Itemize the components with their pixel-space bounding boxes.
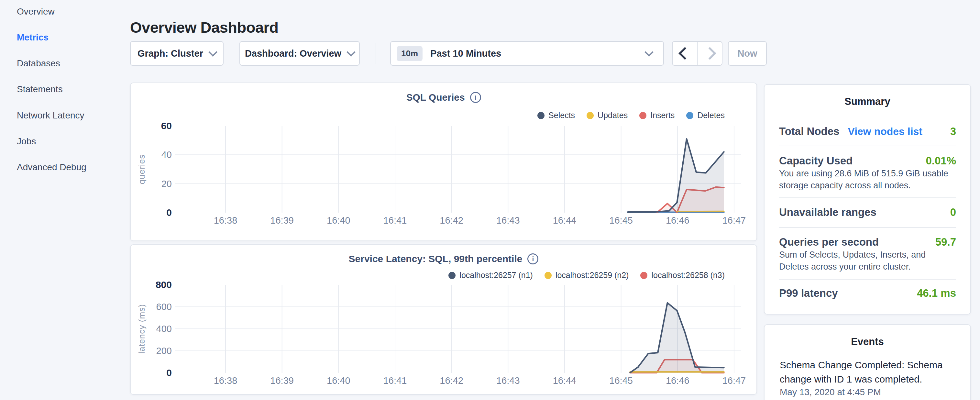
svg-text:0: 0 (166, 207, 172, 218)
p99-latency-label: P99 latency (779, 287, 838, 300)
dashboard-dropdown[interactable]: Dashboard: Overview (239, 41, 360, 66)
p99-latency-value: 46.1 ms (917, 287, 956, 300)
chevron-down-icon (208, 48, 217, 57)
service-latency-plot[interactable]: 16:3816:3916:4016:4116:4216:4316:4416:45… (130, 244, 757, 395)
sidebar-item-metrics[interactable]: Metrics (17, 32, 49, 43)
svg-text:16:41: 16:41 (383, 375, 407, 386)
capacity-used-value: 0.01% (926, 155, 956, 167)
svg-text:16:39: 16:39 (270, 215, 294, 226)
svg-text:16:44: 16:44 (553, 375, 576, 386)
total-nodes-value: 3 (950, 125, 956, 137)
summary-divider (779, 146, 956, 146)
summary-row-qps: Queries per second 59.7 (779, 236, 956, 248)
dashboard-dropdown-label: Dashboard: Overview (245, 48, 341, 59)
svg-text:latency (ms): latency (ms) (137, 304, 146, 354)
sidebar-item-databases[interactable]: Databases (17, 58, 60, 69)
view-nodes-list-link[interactable]: View nodes list (848, 126, 923, 137)
unavailable-ranges-label: Unavailable ranges (779, 206, 877, 218)
unavailable-ranges-value: 0 (950, 206, 956, 218)
svg-text:600: 600 (156, 302, 172, 312)
time-range-badge: 10m (397, 46, 423, 61)
svg-text:40: 40 (161, 150, 172, 160)
summary-row-total-nodes: Total Nodes View nodes list 3 (779, 125, 956, 137)
summary-divider (779, 227, 956, 228)
svg-text:16:43: 16:43 (496, 375, 520, 386)
event-timestamp: May 13, 2020 at 4:45 PM (780, 387, 881, 397)
svg-text:200: 200 (156, 346, 172, 356)
summary-row-capacity: Capacity Used 0.01% (779, 155, 956, 167)
controls-divider (375, 43, 376, 64)
svg-text:16:42: 16:42 (440, 375, 463, 386)
sidebar-item-advanced-debug[interactable]: Advanced Debug (17, 162, 86, 172)
svg-text:16:46: 16:46 (666, 375, 689, 386)
svg-text:16:46: 16:46 (666, 215, 689, 226)
event-message[interactable]: Schema Change Completed: Schema change w… (780, 358, 948, 386)
qps-description: Sum of Selects, Updates, Inserts, and De… (779, 249, 958, 273)
svg-text:16:45: 16:45 (609, 215, 633, 226)
chevron-down-icon (347, 48, 356, 57)
summary-divider (779, 198, 956, 198)
sidebar-item-jobs[interactable]: Jobs (17, 136, 36, 147)
sql-queries-plot[interactable]: 16:3816:3916:4016:4116:4216:4316:4416:45… (130, 83, 757, 241)
now-button[interactable]: Now (728, 41, 767, 66)
qps-label: Queries per second (779, 236, 879, 248)
svg-text:20: 20 (161, 178, 172, 189)
sidebar-item-statements[interactable]: Statements (17, 84, 63, 94)
chevron-left-icon (678, 47, 691, 60)
graph-dropdown[interactable]: Graph: Cluster (130, 41, 224, 66)
total-nodes-label: Total Nodes (779, 125, 839, 137)
svg-text:16:47: 16:47 (722, 215, 746, 226)
page-title: Overview Dashboard (130, 18, 278, 36)
svg-text:16:38: 16:38 (214, 375, 237, 386)
svg-text:16:43: 16:43 (496, 215, 520, 226)
chevron-right-icon (703, 47, 716, 60)
sidebar-item-network-latency[interactable]: Network Latency (17, 110, 84, 121)
summary-row-p99: P99 latency 46.1 ms (779, 287, 956, 300)
svg-text:16:38: 16:38 (214, 215, 237, 226)
summary-panel-title: Summary (764, 96, 971, 107)
capacity-description: You are using 28.6 MiB of 515.9 GiB usab… (779, 167, 958, 191)
summary-panel (764, 84, 971, 315)
svg-text:16:39: 16:39 (270, 375, 294, 386)
sidebar-item-overview[interactable]: Overview (17, 6, 55, 17)
svg-text:16:40: 16:40 (327, 375, 350, 386)
time-range-dropdown[interactable]: 10m Past 10 Minutes (390, 41, 664, 66)
now-button-label: Now (737, 48, 757, 59)
svg-text:400: 400 (156, 324, 172, 334)
prev-interval-button[interactable] (673, 49, 697, 58)
svg-text:16:44: 16:44 (553, 215, 576, 226)
time-step-buttons (672, 41, 722, 66)
summary-row-unavailable-ranges: Unavailable ranges 0 (779, 206, 956, 218)
events-panel-title: Events (764, 336, 971, 347)
db-console-page: Overview Metrics Databases Statements Ne… (0, 0, 980, 400)
svg-text:16:42: 16:42 (440, 215, 463, 226)
svg-text:16:40: 16:40 (327, 215, 350, 226)
svg-text:16:47: 16:47 (722, 375, 746, 386)
svg-text:800: 800 (156, 279, 172, 290)
next-interval-button[interactable] (698, 49, 722, 58)
svg-text:60: 60 (161, 120, 172, 131)
svg-text:0: 0 (166, 367, 172, 378)
graph-dropdown-label: Graph: Cluster (137, 48, 203, 59)
qps-value: 59.7 (935, 236, 956, 248)
time-range-label: Past 10 Minutes (430, 48, 501, 59)
svg-text:16:41: 16:41 (383, 215, 407, 226)
chevron-down-icon (644, 48, 654, 57)
capacity-used-label: Capacity Used (779, 155, 853, 167)
summary-divider (779, 279, 956, 280)
svg-text:16:45: 16:45 (609, 375, 633, 386)
svg-text:queries: queries (137, 155, 146, 184)
